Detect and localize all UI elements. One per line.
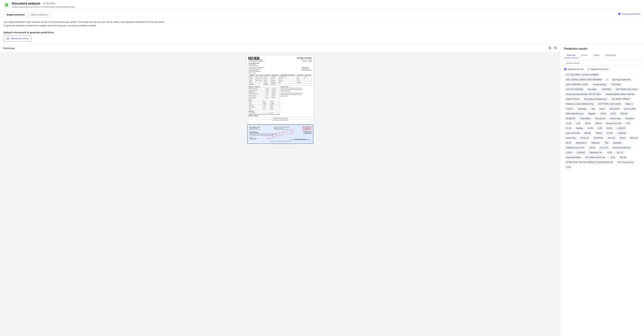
result-tag[interactable]: 27.00 [564, 126, 573, 130]
result-tag[interactable]: ANYTOWN USA 10101 [614, 87, 639, 91]
result-tag[interactable]: 1.00 [574, 122, 582, 125]
result-tag[interactable]: -6.56 [605, 151, 614, 155]
result-tag[interactable]: 15.00 [564, 122, 573, 125]
result-tag[interactable]: Other Benefits and [564, 112, 585, 116]
svg-line-10 [556, 48, 557, 49]
result-tag[interactable]: 16.00 [564, 141, 573, 145]
result-tag[interactable]: 101 MAIN STREET [610, 97, 632, 101]
document-viewport[interactable]: ▌▌▌ ▌▌▌▌ CO. FILE DEPT. CLOCK NUMBER ABC… [0, 52, 560, 336]
result-tag[interactable]: 40.00 [618, 136, 627, 140]
tab-forms[interactable]: Forms [578, 52, 590, 58]
result-tag[interactable]: 840.00 [582, 131, 593, 135]
segment-by-word-radio[interactable] [587, 68, 590, 70]
result-tag[interactable]: year to date [622, 107, 637, 111]
upload-button[interactable]: Upload document [4, 36, 31, 41]
app-logo [4, 2, 10, 8]
result-tag[interactable]: JOHN STILES [564, 97, 581, 101]
tab-raw-text[interactable]: Raw text [564, 52, 578, 58]
pricing-link[interactable]: $ Pricing Information [618, 12, 640, 17]
result-tag[interactable]: Federal: 3. $25 Additional Tax [564, 102, 595, 106]
result-tag[interactable]: 16,640.00 [564, 117, 577, 121]
result-tag[interactable]: 32.00 [608, 112, 618, 116]
result-tag[interactable]: Loan Amt Paid [564, 131, 582, 135]
zoom-out-button[interactable] [548, 46, 552, 50]
result-tag[interactable]: 7/25/2008 [600, 87, 613, 91]
result-tag[interactable]: Tuition [594, 131, 604, 135]
result-tag[interactable]: Vac Hrs [606, 136, 617, 140]
result-tag[interactable]: Earnings Statement [610, 78, 633, 82]
result-tag[interactable]: ANYTOWN, USA 12345 [596, 102, 622, 106]
result-tag[interactable]: $ 452.43 [579, 136, 590, 140]
result-tag[interactable]: 2,111.20 [598, 146, 610, 150]
result-tag[interactable]: -40.60 [587, 146, 597, 150]
paystub-document: ▌▌▌ ▌▌▌▌ CO. FILE DEPT. CLOCK NUMBER ABC… [247, 55, 313, 124]
result-tag[interactable]: 80.00 [605, 126, 614, 130]
tab-tables[interactable]: Tables [590, 52, 602, 58]
result-tag[interactable]: Information [578, 117, 592, 121]
result-tag[interactable]: Important Notes [564, 156, 583, 159]
result-tag[interactable]: 15.00 [583, 122, 592, 125]
segment-options: Segment by line Segment by word [564, 68, 640, 70]
result-tag[interactable]: 341.12 [614, 151, 625, 155]
result-tag[interactable]: -8.43 [608, 156, 617, 159]
tab-single-prediction[interactable]: Single prediction [4, 12, 28, 18]
result-tag[interactable]: this period [608, 107, 621, 111]
segment-by-line-option[interactable]: Segment by line [564, 68, 584, 70]
result-tag[interactable]: Statutory [590, 141, 602, 145]
result-tag[interactable]: ABC 126543 123456 12345 00000000 [564, 78, 604, 82]
result-tag[interactable]: Social Security Tax [611, 146, 632, 150]
result-tag[interactable]: 780.00 [593, 122, 603, 125]
result-tag[interactable]: Pay date: [586, 87, 598, 91]
result-tag[interactable]: Local: 2 [564, 107, 575, 111]
result-tag[interactable]: Earnings [576, 107, 588, 111]
result-tag[interactable]: Sick Hrs [628, 136, 640, 140]
result-tag[interactable]: 10.00 [598, 112, 608, 116]
result-tag[interactable]: NY State Income Tax [584, 156, 607, 159]
result-tag[interactable]: 23,526.80 [592, 136, 605, 140]
result-tag[interactable]: NYC Income Tax [616, 160, 635, 164]
result-tag[interactable]: Group Term Life [604, 122, 623, 125]
result-tag[interactable]: 438.36 [618, 156, 628, 159]
result-tag[interactable]: Deductions [574, 141, 588, 145]
result-tag[interactable]: 37.43* [605, 131, 614, 135]
result-tag[interactable]: CO. FILE DEPT. CLOCK NUMBER [564, 73, 600, 77]
result-tag[interactable]: 320.00 [618, 112, 629, 116]
result-tag[interactable]: hours [598, 107, 607, 111]
result-tag[interactable]: Medicare Tax [588, 151, 604, 155]
result-tag[interactable]: 1,946.80 [616, 131, 628, 135]
result-tag[interactable]: 10.00 [586, 126, 595, 130]
result-tag[interactable]: 1,458.60 [575, 151, 587, 155]
check-area: ANY COMPANY CORP. 475 ANY AVENUE ANYTOWN… [247, 125, 313, 144]
result-tag[interactable]: total to date [608, 117, 623, 121]
result-tag[interactable]: Overtime [624, 117, 636, 121]
result-tag[interactable]: 1 [604, 78, 610, 82]
search-input[interactable] [564, 60, 640, 66]
result-tag[interactable]: 4,160.00 [615, 126, 627, 130]
result-tag[interactable]: ANY COMPANY CORP. [564, 83, 590, 86]
result-tag[interactable]: Regular [586, 112, 598, 116]
result-tag[interactable]: this period [594, 117, 607, 121]
segment-by-line-radio[interactable] [564, 68, 567, 70]
result-tag[interactable]: Federal Income Tax [564, 146, 586, 150]
result-tag[interactable]: 7/18/2008 [610, 83, 622, 86]
result-tag[interactable]: -28.05 [564, 151, 574, 155]
result-tag[interactable]: Social Security Number: 987-65-4321 [564, 92, 602, 96]
result-tag[interactable]: 8.00 [596, 126, 604, 130]
result-tag[interactable]: 0.51 [624, 122, 632, 125]
result-tag[interactable]: -5.94 [564, 165, 572, 169]
result-tag[interactable]: Exemptions/Allowances: [582, 97, 609, 101]
result-tag[interactable]: State: 2 [624, 102, 634, 106]
result-tag[interactable]: 475 ANY AVENUE [564, 87, 585, 91]
zoom-in-button[interactable] [554, 46, 558, 50]
result-tag[interactable]: rate [589, 107, 597, 111]
result-tag[interactable]: EFFECTIVE THIS PAY PERIOD YOUR REGULAR [564, 160, 615, 164]
result-tag[interactable]: Taxable Marital Status: Married [604, 92, 636, 96]
tab-signatures[interactable]: Signatures [602, 52, 619, 58]
result-tag[interactable]: Gross Pay [564, 136, 578, 140]
result-tag[interactable]: Holiday [574, 126, 585, 130]
result-tag[interactable]: Operator [611, 141, 623, 145]
tab-batch-prediction[interactable]: Batch prediction [28, 12, 50, 18]
result-tag[interactable]: Period ending: [591, 83, 608, 86]
segment-by-word-option[interactable]: Segment by word [587, 68, 608, 70]
result-tag[interactable]: Title [602, 141, 610, 145]
